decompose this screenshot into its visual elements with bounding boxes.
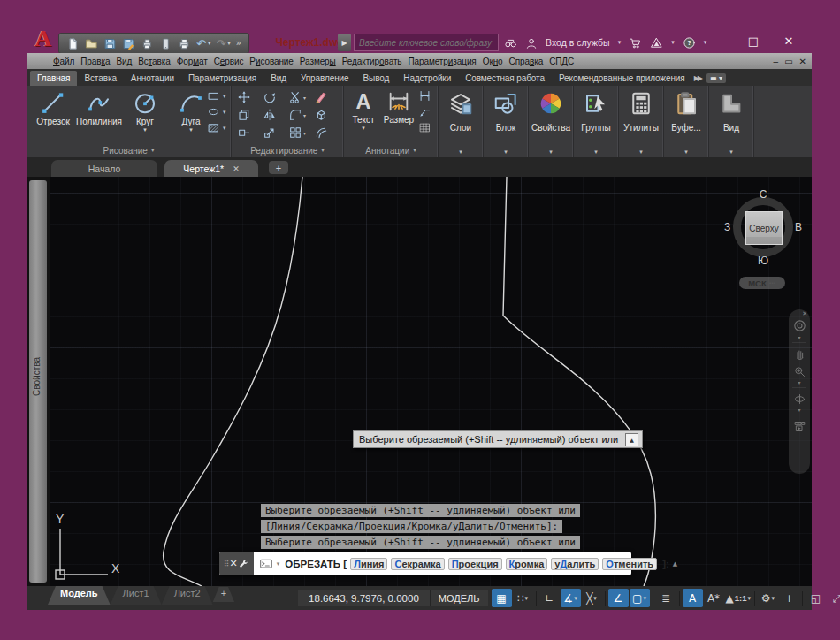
toggle-ortho[interactable]: ∟	[539, 589, 560, 607]
new-file-button[interactable]	[66, 35, 80, 51]
save-as-button[interactable]	[122, 35, 135, 51]
table-button[interactable]	[418, 121, 431, 134]
chevron-down-icon[interactable]: ▾	[277, 560, 280, 568]
command-prompt-icon[interactable]	[259, 556, 273, 572]
command-option-undo[interactable]: Отменить	[602, 558, 657, 570]
panel-annotation-title[interactable]: Аннотации▾	[344, 143, 438, 157]
chevron-down-icon[interactable]: ▾	[671, 39, 675, 46]
viewcube-east[interactable]: В	[795, 221, 802, 233]
array-button[interactable]: ▾	[288, 124, 314, 141]
plot-device-button[interactable]	[141, 35, 154, 51]
toggle-isolate-objects[interactable]: ◱	[806, 589, 826, 607]
command-option-projection[interactable]: Проекция	[448, 558, 502, 570]
ribbon-overflow-icon[interactable]: ▶▶	[694, 74, 701, 82]
tab-close-icon[interactable]: ✕	[233, 164, 240, 173]
rotate-button[interactable]	[263, 88, 288, 106]
mdi-restore-button[interactable]: ▭	[784, 57, 792, 66]
undo-icon[interactable]: ↶	[196, 38, 206, 50]
mdi-minimize-button[interactable]: –	[774, 57, 779, 66]
ribbon-group-utilities[interactable]: Утилиты▾	[619, 86, 664, 157]
drag-handle-icon[interactable]: ⠿	[224, 560, 230, 568]
menu-item-insert[interactable]: Вставка	[138, 57, 171, 66]
chevron-down-icon[interactable]: ▾	[798, 408, 800, 412]
chevron-down-icon[interactable]: ▾	[618, 39, 622, 46]
command-line[interactable]: ⠿ ✕ ▾ ОБРЕЗАТЬ [ ЛинияСекрамкаПроекцияКр…	[219, 552, 631, 575]
erase-button[interactable]	[314, 88, 340, 106]
leader-button[interactable]	[418, 105, 431, 118]
toggle-annotation-visibility[interactable]: А	[683, 589, 703, 607]
toggle-annotation-scale[interactable]: ▲1:1▾	[725, 589, 752, 607]
command-option-line[interactable]: Линия	[350, 558, 387, 570]
ellipse-button[interactable]: ▾	[207, 105, 226, 118]
menu-item-window[interactable]: Окно	[483, 57, 503, 66]
showmotion-icon[interactable]	[793, 418, 806, 435]
copy-button[interactable]	[237, 106, 263, 124]
file-tab-drawing1[interactable]: Чертеж1*✕	[164, 160, 258, 177]
ribbon-group-view[interactable]: Вид▾	[709, 86, 754, 157]
ribbon-tab-view[interactable]: Вид	[263, 71, 294, 86]
model-canvas[interactable]: Y X С Ю З В Сверху МСК⋯	[50, 177, 812, 586]
line-button[interactable]: Отрезок	[30, 88, 76, 133]
command-close-icon[interactable]: ✕	[230, 558, 238, 569]
ribbon-group-groups[interactable]: Группы▾	[574, 86, 619, 157]
app-logo-button[interactable]: A▾	[28, 27, 58, 53]
model-space-button[interactable]: МОДЕЛЬ	[430, 590, 488, 606]
toggle-isodraft[interactable]: ╳▾	[582, 589, 602, 607]
panel-draw-title[interactable]: Рисование▾	[27, 143, 231, 157]
search-input[interactable]	[354, 34, 499, 51]
search-icon[interactable]	[504, 34, 517, 50]
menu-item-file[interactable]: Файл	[53, 57, 74, 66]
dimension-button[interactable]: Размер	[381, 88, 416, 132]
pan-icon[interactable]	[793, 346, 806, 362]
ribbon-group-block[interactable]: Блок▾	[484, 86, 529, 157]
layout-tab-layout1[interactable]: Лист1	[111, 586, 162, 605]
toggle-polar[interactable]: ∡▾	[561, 589, 581, 607]
toggle-annotation-autoscale[interactable]: А*	[704, 589, 724, 607]
search-history-button[interactable]: ▶	[338, 34, 351, 51]
menu-item-help[interactable]: Справка	[509, 57, 544, 66]
hatch-button[interactable]: ▾	[207, 121, 226, 134]
menu-item-format[interactable]: Формат	[177, 57, 208, 66]
fillet-button[interactable]: ▾	[288, 106, 314, 124]
dim-style-button[interactable]	[418, 89, 431, 103]
ribbon-minimize-button[interactable]: ▬ ▾	[706, 73, 726, 83]
stretch-button[interactable]	[237, 124, 263, 141]
menu-item-modify[interactable]: Редактировать	[342, 57, 402, 66]
ribbon-tab-addins[interactable]: Надстройки	[396, 71, 458, 86]
orbit-icon[interactable]	[793, 391, 806, 408]
toggle-osnap[interactable]: ▢▾	[630, 589, 650, 607]
ribbon-group-properties[interactable]: Свойства▾	[529, 86, 574, 157]
mirror-button[interactable]	[263, 106, 288, 124]
new-layout-button[interactable]: +	[213, 587, 234, 602]
a360-icon[interactable]	[650, 34, 663, 50]
viewcube-top-face[interactable]: Сверху	[745, 211, 783, 245]
history-expand-icon[interactable]: ▲	[673, 560, 679, 568]
menu-item-parametric[interactable]: Параметризация	[408, 57, 476, 66]
explode-button[interactable]	[314, 106, 340, 124]
print-button[interactable]	[178, 35, 191, 51]
file-tab-start[interactable]: Начало	[51, 160, 157, 177]
toggle-customization-plus[interactable]: +	[779, 589, 799, 607]
chevron-down-icon[interactable]: ▾	[798, 380, 800, 385]
mobile-device-button[interactable]	[159, 35, 172, 51]
offset-button[interactable]	[314, 124, 340, 141]
ribbon-group-layers[interactable]: Слои▾	[439, 86, 484, 157]
qat-expand-icon[interactable]: »	[236, 39, 241, 48]
command-option-edge[interactable]: Кромка	[506, 558, 548, 570]
menu-item-tools[interactable]: Сервис	[214, 57, 244, 66]
scale-button[interactable]	[263, 124, 288, 141]
ribbon-tab-insert[interactable]: Вставка	[77, 71, 123, 86]
zoom-icon[interactable]	[793, 362, 806, 379]
help-icon[interactable]: ?	[683, 34, 696, 50]
navigation-wheel-icon[interactable]	[792, 316, 807, 335]
toggle-workspace[interactable]: ⚙▾	[758, 589, 778, 607]
toggle-snap[interactable]: ∷▾	[513, 589, 533, 607]
ribbon-tab-collaborate[interactable]: Совместная работа	[458, 71, 552, 86]
mdi-close-button[interactable]: ✕	[799, 57, 806, 66]
save-button[interactable]	[103, 35, 117, 51]
toggle-lineweight[interactable]: ≣	[656, 589, 676, 607]
minimize-button[interactable]: —	[700, 30, 736, 51]
menu-item-dimensions[interactable]: Размеры	[300, 57, 336, 66]
panel-modify-title[interactable]: Редактирование▾	[232, 143, 343, 157]
maximize-button[interactable]: □	[736, 30, 771, 51]
